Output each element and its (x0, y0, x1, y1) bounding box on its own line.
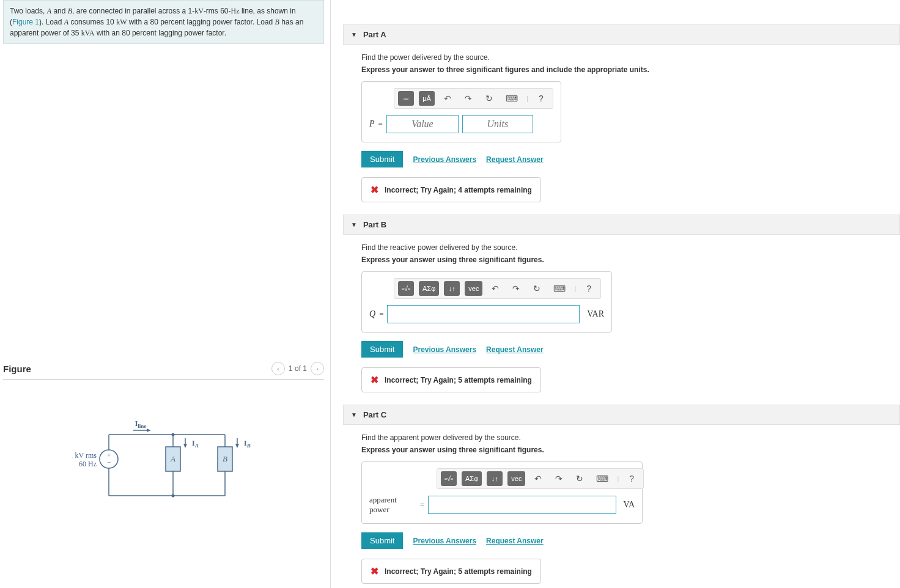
part-b-answer-box: ▫√▫ ΑΣφ ↓↑ vec ↶ ↷ ↻ ⌨ | ? Q = (361, 271, 612, 333)
part-a-toolbar: ▫▫ μÅ ↶ ↷ ↻ ⌨ | ? (394, 88, 553, 109)
undo-icon[interactable]: ↶ (487, 281, 503, 296)
greek-button[interactable]: ΑΣφ (419, 281, 439, 296)
svg-marker-21 (183, 444, 187, 448)
figure-header: Figure ‹ 1 of 1 › (3, 362, 324, 380)
part-c-header[interactable]: ▼ Part C (343, 405, 900, 425)
svg-point-8 (171, 433, 174, 436)
part-a-var: P (369, 119, 375, 129)
reset-icon[interactable]: ↻ (529, 281, 545, 296)
vec-button[interactable]: vec (507, 471, 525, 486)
part-c-request-answer[interactable]: Request Answer (486, 537, 544, 545)
part-b-unit: VAR (587, 309, 604, 319)
part-b-format: Express your answer using three signific… (361, 255, 900, 264)
template-icon[interactable]: ▫▫ (398, 91, 414, 106)
part-c-label: apparent power (369, 495, 416, 515)
figure-link[interactable]: Figure 1 (12, 18, 39, 26)
svg-text:IA: IA (192, 439, 199, 449)
reset-icon[interactable]: ↻ (572, 471, 588, 486)
part-a-format: Express your answer to three significant… (361, 65, 900, 74)
part-a-feedback: ✖ Incorrect; Try Again; 4 attempts remai… (361, 177, 541, 202)
part-b-title: Part B (363, 220, 386, 229)
help-icon[interactable]: ? (533, 91, 549, 106)
part-a-request-answer[interactable]: Request Answer (486, 155, 544, 164)
arrows-button[interactable]: ↓↑ (444, 281, 460, 296)
incorrect-icon: ✖ (371, 184, 378, 196)
part-a-instruction: Find the power delivered by the source. (361, 53, 900, 62)
arrows-button[interactable]: ↓↑ (487, 471, 503, 486)
part-a-feedback-text: Incorrect; Try Again; 4 attempts remaini… (385, 186, 532, 194)
part-c-instruction: Find the apparent power delivered by the… (361, 433, 900, 442)
load-b: B (68, 7, 72, 15)
vec-button[interactable]: vec (465, 281, 482, 296)
part-b-previous-answers[interactable]: Previous Answers (413, 345, 476, 354)
svg-text:A: A (170, 454, 175, 463)
part-a-answer-box: ▫▫ μÅ ↶ ↷ ↻ ⌨ | ? P = (361, 81, 561, 142)
part-a-value-input[interactable] (386, 115, 459, 133)
svg-point-9 (171, 494, 174, 498)
svg-marker-18 (147, 428, 150, 432)
svg-text:−: − (106, 458, 110, 466)
part-b-request-answer[interactable]: Request Answer (486, 345, 544, 354)
part-a: ▼ Part A Find the power delivered by the… (343, 24, 900, 202)
part-c-feedback: ✖ Incorrect; Try Again; 5 attempts remai… (361, 559, 541, 584)
sqrt-icon[interactable]: ▫√▫ (441, 471, 457, 486)
part-c-submit-button[interactable]: Submit (361, 532, 403, 549)
sqrt-icon[interactable]: ▫√▫ (398, 281, 414, 296)
caret-down-icon: ▼ (351, 31, 357, 38)
undo-icon[interactable]: ↶ (440, 91, 456, 106)
figure-title: Figure (3, 364, 31, 374)
part-a-submit-button[interactable]: Submit (361, 151, 403, 167)
redo-icon[interactable]: ↷ (551, 471, 567, 486)
svg-text:60 Hz: 60 Hz (79, 460, 97, 468)
part-c-toolbar: ▫√▫ ΑΣφ ↓↑ vec ↶ ↷ ↻ ⌨ | ? (437, 468, 644, 489)
svg-text:+: + (106, 451, 110, 458)
keyboard-icon[interactable]: ⌨ (592, 471, 612, 486)
help-icon[interactable]: ? (624, 471, 640, 486)
svg-text:B: B (223, 454, 227, 463)
part-c-format: Express your answer using three signific… (361, 446, 900, 454)
part-b-instruction: Find the reactive power delivered by the… (361, 243, 900, 252)
part-c-feedback-text: Incorrect; Try Again; 5 attempts remaini… (385, 567, 532, 576)
part-c-value-input[interactable] (428, 496, 616, 514)
part-a-units-input[interactable] (462, 115, 533, 133)
part-b-header[interactable]: ▼ Part B (343, 215, 900, 235)
keyboard-icon[interactable]: ⌨ (502, 91, 522, 106)
figure-pager-text: 1 of 1 (289, 364, 307, 373)
units-button[interactable]: μÅ (419, 91, 435, 106)
svg-text:IB: IB (244, 439, 251, 449)
redo-icon[interactable]: ↷ (460, 91, 476, 106)
svg-text:Iline: Iline (135, 419, 146, 429)
reset-icon[interactable]: ↻ (481, 91, 497, 106)
problem-text: Two loads, (10, 7, 47, 15)
figure-prev-button[interactable]: ‹ (271, 362, 285, 375)
greek-button[interactable]: ΑΣφ (462, 471, 482, 486)
incorrect-icon: ✖ (371, 374, 378, 386)
part-b-var: Q (369, 309, 375, 319)
part-b-value-input[interactable] (387, 305, 580, 323)
part-a-header[interactable]: ▼ Part A (343, 24, 900, 45)
part-c-previous-answers[interactable]: Previous Answers (413, 537, 476, 545)
problem-statement: Two loads, A and B, are connected in par… (3, 0, 324, 44)
part-c: ▼ Part C Find the apparent power deliver… (343, 405, 900, 584)
caret-down-icon: ▼ (351, 411, 357, 418)
redo-icon[interactable]: ↷ (508, 281, 524, 296)
part-b-feedback-text: Incorrect; Try Again; 5 attempts remaini… (385, 376, 532, 384)
circuit-diagram: + − A B Iline IA (3, 410, 324, 514)
load-a: A (47, 7, 51, 15)
part-c-unit: VA (624, 500, 635, 510)
part-a-previous-answers[interactable]: Previous Answers (413, 155, 476, 164)
help-icon[interactable]: ? (581, 281, 597, 296)
incorrect-icon: ✖ (371, 565, 378, 577)
part-b-toolbar: ▫√▫ ΑΣφ ↓↑ vec ↶ ↷ ↻ ⌨ | ? (394, 278, 601, 299)
part-a-title: Part A (363, 30, 386, 39)
undo-icon[interactable]: ↶ (530, 471, 546, 486)
keyboard-icon[interactable]: ⌨ (550, 281, 569, 296)
part-b-submit-button[interactable]: Submit (361, 341, 403, 358)
part-c-answer-box: ▫√▫ ΑΣφ ↓↑ vec ↶ ↷ ↻ ⌨ | ? apparent powe… (361, 461, 643, 524)
part-b-feedback: ✖ Incorrect; Try Again; 5 attempts remai… (361, 367, 541, 392)
svg-text:1 kV rms: 1 kV rms (72, 451, 97, 460)
part-b: ▼ Part B Find the reactive power deliver… (343, 215, 900, 392)
figure-next-button[interactable]: › (311, 362, 324, 375)
caret-down-icon: ▼ (351, 221, 357, 228)
svg-marker-24 (235, 444, 239, 448)
